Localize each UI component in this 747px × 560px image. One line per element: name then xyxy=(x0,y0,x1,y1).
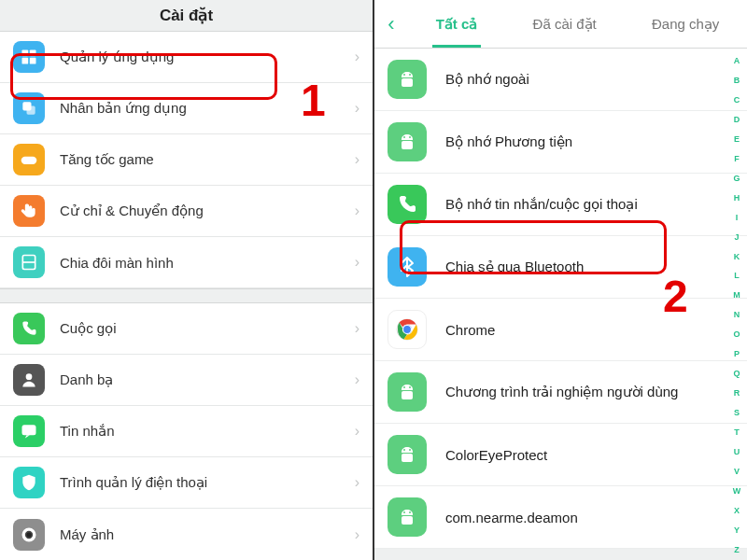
row-label: Máy ảnh xyxy=(60,526,355,543)
alpha-letter[interactable]: R xyxy=(730,388,743,398)
app-label: Bộ nhớ ngoài xyxy=(445,71,723,88)
alpha-letter[interactable]: Z xyxy=(730,545,743,554)
alpha-letter[interactable]: M xyxy=(730,290,743,300)
settings-header: Cài đặt xyxy=(0,0,373,32)
alpha-letter[interactable]: V xyxy=(730,467,743,476)
phone-icon xyxy=(388,185,427,224)
row-camera[interactable]: Máy ảnh › xyxy=(0,509,373,560)
row-contacts[interactable]: Danh bạ › xyxy=(0,355,373,406)
row-label: Tăng tốc game xyxy=(60,151,355,168)
row-app-clone[interactable]: Nhân bản ứng dụng › xyxy=(0,83,373,134)
android-icon xyxy=(388,435,427,474)
settings-panel: Cài đặt Quản lý ứng dụng › Nhân bản ứng … xyxy=(0,0,374,560)
alpha-letter[interactable]: J xyxy=(730,232,743,242)
camera-icon xyxy=(13,519,45,551)
chevron-right-icon: › xyxy=(355,474,359,491)
shield-icon xyxy=(13,467,45,498)
app-row-bluetooth[interactable]: Chia sẻ qua Bluetooth xyxy=(374,236,747,299)
alpha-letter[interactable]: F xyxy=(730,154,743,163)
tabs: Tất cả Đã cài đặt Đang chạy xyxy=(408,0,747,48)
alpha-letter[interactable]: Y xyxy=(730,525,743,535)
row-gestures[interactable]: Cử chỉ & Chuyển động › xyxy=(0,186,373,237)
alpha-letter[interactable]: Q xyxy=(730,369,743,378)
gamepad-icon xyxy=(13,144,45,175)
alpha-letter[interactable]: A xyxy=(730,56,743,65)
app-row[interactable]: com.nearme.deamon xyxy=(374,486,747,549)
message-icon xyxy=(13,415,45,447)
row-label: Cử chỉ & Chuyển động xyxy=(60,203,355,219)
app-label: Bộ nhớ tin nhắn/cuộc gọi thoại xyxy=(445,196,723,213)
clone-icon xyxy=(13,92,45,124)
row-game-boost[interactable]: Tăng tốc game › xyxy=(0,134,373,186)
alpha-letter[interactable]: H xyxy=(730,193,743,203)
apps-panel: ‹ Tất cả Đã cài đặt Đang chạy Bộ nhớ ngo… xyxy=(374,0,747,560)
chevron-right-icon: › xyxy=(355,526,359,543)
row-label: Tin nhắn xyxy=(60,423,355,440)
row-call[interactable]: Cuộc gọi › xyxy=(0,303,373,355)
alpha-letter[interactable]: U xyxy=(730,447,743,456)
row-label: Quản lý ứng dụng xyxy=(60,49,355,65)
alpha-letter[interactable]: C xyxy=(730,95,743,105)
app-label: Chương trình trải nghiệm người dùng xyxy=(445,384,723,400)
alpha-letter[interactable]: W xyxy=(730,486,743,496)
alpha-letter[interactable]: O xyxy=(730,329,743,339)
app-row[interactable]: Bộ nhớ ngoài xyxy=(374,49,747,111)
alpha-letter[interactable]: L xyxy=(730,271,743,280)
split-icon xyxy=(13,246,45,278)
chevron-right-icon: › xyxy=(355,371,359,388)
alpha-letter[interactable]: D xyxy=(730,115,743,124)
alpha-letter[interactable]: G xyxy=(730,174,743,183)
row-label: Trình quản lý điện thoại xyxy=(60,474,355,491)
apps-icon xyxy=(13,41,45,73)
chevron-right-icon: › xyxy=(355,254,359,271)
android-icon xyxy=(388,60,427,99)
row-messages[interactable]: Tin nhắn › xyxy=(0,406,373,457)
app-row[interactable]: Bộ nhớ tin nhắn/cuộc gọi thoại xyxy=(374,174,747,236)
row-phone-manager[interactable]: Trình quản lý điện thoại › xyxy=(0,457,373,509)
app-label: com.nearme.deamon xyxy=(445,510,723,525)
section-divider xyxy=(0,288,373,303)
app-label: Chrome xyxy=(445,322,723,338)
android-icon xyxy=(388,497,427,537)
contact-icon xyxy=(13,364,45,396)
alpha-letter[interactable]: I xyxy=(730,213,743,222)
back-icon[interactable]: ‹ xyxy=(374,12,408,36)
row-label: Danh bạ xyxy=(60,371,355,388)
chevron-right-icon: › xyxy=(355,320,359,337)
alpha-letter[interactable]: T xyxy=(730,427,743,437)
app-label: Chia sẻ qua Bluetooth xyxy=(445,259,723,275)
chevron-right-icon: › xyxy=(355,49,359,65)
app-row[interactable]: Chương trình trải nghiệm người dùng xyxy=(374,361,747,424)
row-split-screen[interactable]: Chia đôi màn hình › xyxy=(0,237,373,288)
alpha-index[interactable]: ABCDEFGHIJKLMNOPQRSTUVWXYZ xyxy=(730,56,743,554)
alpha-letter[interactable]: B xyxy=(730,76,743,85)
row-label: Chia đôi màn hình xyxy=(60,255,355,271)
row-app-management[interactable]: Quản lý ứng dụng › xyxy=(0,32,373,83)
alpha-letter[interactable]: N xyxy=(730,310,743,319)
row-label: Nhân bản ứng dụng xyxy=(60,100,355,117)
alpha-letter[interactable]: P xyxy=(730,349,743,358)
apps-list[interactable]: Bộ nhớ ngoài Bộ nhớ Phương tiện Bộ nhớ t… xyxy=(374,49,747,549)
row-label: Cuộc gọi xyxy=(60,320,355,337)
chevron-right-icon: › xyxy=(355,151,359,168)
alpha-letter[interactable]: X xyxy=(730,506,743,515)
android-icon xyxy=(388,372,427,412)
alpha-letter[interactable]: S xyxy=(730,408,743,417)
alpha-letter[interactable]: K xyxy=(730,252,743,261)
chrome-icon xyxy=(388,310,427,349)
tab-all[interactable]: Tất cả xyxy=(436,0,478,48)
app-row[interactable]: Chrome xyxy=(374,299,747,361)
app-label: ColorEyeProtect xyxy=(445,447,723,463)
settings-list: Quản lý ứng dụng › Nhân bản ứng dụng › T… xyxy=(0,32,373,560)
gesture-icon xyxy=(13,195,45,227)
tab-running[interactable]: Đang chạy xyxy=(652,0,719,48)
apps-header: ‹ Tất cả Đã cài đặt Đang chạy xyxy=(374,0,747,49)
app-row[interactable]: ColorEyeProtect xyxy=(374,424,747,486)
tab-installed[interactable]: Đã cài đặt xyxy=(533,0,597,48)
app-row[interactable]: Bộ nhớ Phương tiện xyxy=(374,111,747,174)
bluetooth-icon xyxy=(388,247,427,287)
chevron-right-icon: › xyxy=(355,203,359,219)
alpha-letter[interactable]: E xyxy=(730,134,743,144)
chevron-right-icon: › xyxy=(355,423,359,440)
phone-icon xyxy=(13,313,45,344)
